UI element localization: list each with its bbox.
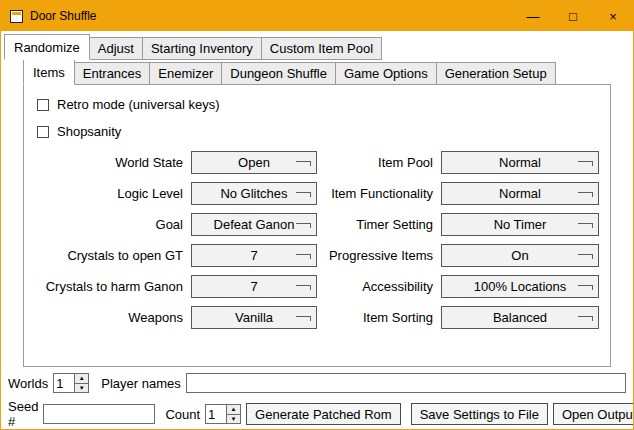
tab-generation-setup[interactable]: Generation Setup	[437, 62, 556, 85]
crystals-to-open-gt-value: 7	[250, 248, 257, 263]
world-state-label: World State	[35, 155, 185, 170]
worlds-input[interactable]	[54, 374, 74, 392]
logic-level-value: No Glitches	[220, 186, 287, 201]
tab-randomize[interactable]: Randomize	[4, 34, 90, 60]
items-pane: Retro mode (universal keys) Shopsanity W…	[23, 84, 611, 367]
progressive-items-value: On	[511, 248, 528, 263]
tab-dungeon-shuffle[interactable]: Dungeon Shuffle	[222, 62, 336, 85]
crystals-to-harm-ganon-label: Crystals to harm Ganon	[35, 279, 185, 294]
dropdown-indicator-icon	[578, 285, 593, 290]
tab-items[interactable]: Items	[23, 59, 75, 85]
item-sorting-label: Item Sorting	[323, 310, 435, 325]
open-output-directory-button[interactable]: Open Output Directory	[553, 403, 634, 425]
accessibility-value: 100% Locations	[474, 279, 567, 294]
count-spinbox: ▲ ▼	[205, 404, 241, 424]
item-pool-value: Normal	[499, 155, 541, 170]
dropdown-indicator-icon	[578, 316, 593, 321]
shopsanity-checkbox[interactable]	[37, 126, 49, 138]
worlds-label: Worlds	[8, 376, 48, 391]
dropdown-indicator-icon	[578, 254, 593, 259]
goal-value: Defeat Ganon	[214, 217, 295, 232]
dropdown-indicator-icon	[296, 254, 311, 259]
item-functionality-value: Normal	[499, 186, 541, 201]
generate-patched-rom-button[interactable]: Generate Patched Rom	[246, 403, 401, 425]
item-pool-label: Item Pool	[323, 155, 435, 170]
titlebar[interactable]: Door Shuffle — □ ×	[1, 1, 633, 31]
count-label: Count	[165, 407, 200, 422]
item-functionality-label: Item Functionality	[323, 186, 435, 201]
tab-custom-item-pool[interactable]: Custom Item Pool	[262, 37, 382, 60]
logic-level-label: Logic Level	[35, 186, 185, 201]
weapons-value: Vanilla	[235, 310, 273, 325]
seed-row: Seed # Count ▲ ▼ Generate Patched Rom Sa…	[8, 399, 626, 429]
retro-mode-checkbox[interactable]	[37, 99, 49, 111]
dropdown-indicator-icon	[578, 192, 593, 197]
sub-tab-bar: Items Entrances Enemizer Dungeon Shuffle…	[23, 59, 611, 85]
seed-label: Seed #	[8, 399, 38, 429]
retro-mode-label: Retro mode (universal keys)	[57, 97, 220, 112]
spin-down-icon[interactable]: ▼	[227, 414, 240, 424]
window-title: Door Shuffle	[30, 9, 97, 23]
world-state-value: Open	[238, 155, 270, 170]
worlds-spin-buttons: ▲ ▼	[74, 374, 88, 392]
save-settings-button[interactable]: Save Settings to File	[411, 403, 548, 425]
window-controls: — □ ×	[513, 1, 633, 31]
crystals-to-open-gt-label: Crystals to open GT	[35, 248, 185, 263]
close-button[interactable]: ×	[593, 1, 633, 31]
accessibility-label: Accessibility	[323, 279, 435, 294]
world-state-dropdown[interactable]: Open	[191, 151, 317, 174]
shopsanity-row: Shopsanity	[37, 124, 599, 139]
main-tab-bar: Randomize Adjust Starting Inventory Cust…	[4, 34, 382, 60]
goal-label: Goal	[35, 217, 185, 232]
timer-setting-label: Timer Setting	[323, 217, 435, 232]
progressive-items-dropdown[interactable]: On	[441, 244, 599, 267]
app-icon	[10, 10, 23, 23]
worlds-row: Worlds ▲ ▼ Player names	[8, 373, 626, 393]
item-functionality-dropdown[interactable]: Normal	[441, 182, 599, 205]
dropdown-indicator-icon	[578, 161, 593, 166]
count-input[interactable]	[206, 405, 226, 423]
weapons-label: Weapons	[35, 310, 185, 325]
spin-up-icon[interactable]: ▲	[75, 374, 88, 383]
goal-dropdown[interactable]: Defeat Ganon	[191, 213, 317, 236]
accessibility-dropdown[interactable]: 100% Locations	[441, 275, 599, 298]
dropdown-indicator-icon	[296, 192, 311, 197]
spin-down-icon[interactable]: ▼	[75, 383, 88, 393]
door-shuffle-window: Door Shuffle — □ × Randomize Adjust Star…	[0, 0, 634, 430]
item-sorting-value: Balanced	[493, 310, 547, 325]
player-names-label: Player names	[101, 376, 180, 391]
shopsanity-label: Shopsanity	[57, 124, 121, 139]
tab-starting-inventory[interactable]: Starting Inventory	[143, 37, 262, 60]
spin-up-icon[interactable]: ▲	[227, 405, 240, 414]
dropdown-indicator-icon	[296, 223, 311, 228]
minimize-button[interactable]: —	[513, 1, 553, 31]
count-spin-buttons: ▲ ▼	[226, 405, 240, 423]
item-pool-dropdown[interactable]: Normal	[441, 151, 599, 174]
retro-mode-row: Retro mode (universal keys)	[37, 97, 599, 112]
weapons-dropdown[interactable]: Vanilla	[191, 306, 317, 329]
tab-entrances[interactable]: Entrances	[75, 62, 151, 85]
crystals-to-harm-ganon-value: 7	[250, 279, 257, 294]
option-fields-grid: World State Open Item Pool Normal Logic …	[35, 151, 599, 329]
dropdown-indicator-icon	[296, 316, 311, 321]
crystals-to-open-gt-dropdown[interactable]: 7	[191, 244, 317, 267]
worlds-spinbox: ▲ ▼	[53, 373, 89, 393]
tab-adjust[interactable]: Adjust	[90, 37, 143, 60]
item-sorting-dropdown[interactable]: Balanced	[441, 306, 599, 329]
tab-enemizer[interactable]: Enemizer	[150, 62, 222, 85]
progressive-items-label: Progressive Items	[323, 248, 435, 263]
logic-level-dropdown[interactable]: No Glitches	[191, 182, 317, 205]
timer-setting-dropdown[interactable]: No Timer	[441, 213, 599, 236]
dropdown-indicator-icon	[296, 161, 311, 166]
tab-game-options[interactable]: Game Options	[336, 62, 437, 85]
seed-input[interactable]	[43, 404, 155, 424]
dropdown-indicator-icon	[296, 285, 311, 290]
timer-setting-value: No Timer	[494, 217, 547, 232]
maximize-button[interactable]: □	[553, 1, 593, 31]
randomize-notebook: Items Entrances Enemizer Dungeon Shuffle…	[23, 59, 611, 367]
player-names-input[interactable]	[186, 373, 626, 393]
crystals-to-harm-ganon-dropdown[interactable]: 7	[191, 275, 317, 298]
dropdown-indicator-icon	[578, 223, 593, 228]
